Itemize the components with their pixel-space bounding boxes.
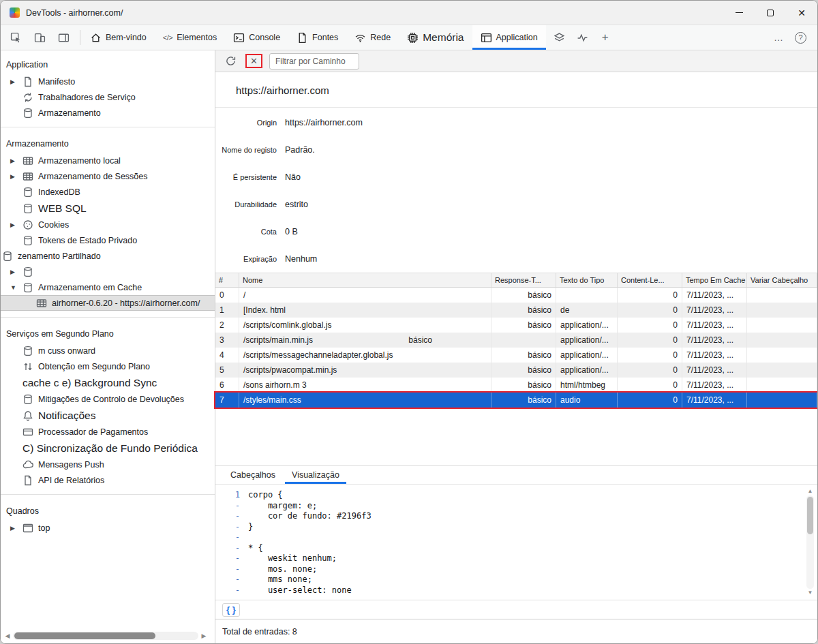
column-header-1[interactable]: Nome	[239, 273, 491, 287]
inspect-element-button[interactable]	[7, 29, 24, 46]
sidebar-item-cache-airhorner-label: airhorner-0.6.20 - https://airhorner.com…	[52, 298, 200, 308]
maximize-button[interactable]	[755, 1, 786, 25]
sidebar-item-background-sync[interactable]: cache c e) Background Sync	[1, 374, 215, 391]
column-header-5[interactable]: Tempo Em Cache	[682, 273, 747, 287]
sidebar-item-cache-airhorner[interactable]: airhorner-0.6.20 - https://airhorner.com…	[1, 295, 215, 311]
sidebar-item-bounce-tracking-mitigations[interactable]: Mitigações de Controlo de Devoluções	[1, 391, 215, 407]
vscroll-track[interactable]	[806, 495, 814, 589]
sidebar-item-manifesto[interactable]: ▶Manifesto	[1, 74, 215, 89]
sidebar-item-notifications[interactable]: Notificações	[1, 407, 215, 424]
entries-status: Total de entradas: 8	[222, 627, 297, 637]
cell-response: básico	[491, 348, 556, 363]
cell-tempo: 7/11/2023, ...	[682, 363, 747, 378]
sidebar-item-background-sync-label: cache c e) Background Sync	[22, 377, 157, 389]
sidebar-item-background-fetch[interactable]: Obtenção em Segundo Plano	[1, 358, 215, 374]
tab-cabecalhos[interactable]: Cabeçalhos	[224, 467, 282, 484]
sidebar-hscrollbar[interactable]: ◀ ▶	[3, 631, 208, 641]
sidebar-item-storage-bucket[interactable]: ▶	[1, 264, 215, 279]
tab-console[interactable]: Console	[225, 25, 288, 50]
layers-tab-button[interactable]	[551, 29, 568, 46]
tab-application[interactable]: Application	[472, 25, 546, 50]
more-options-button[interactable]: …	[774, 32, 784, 43]
tab-visualizacao[interactable]: Visualização	[285, 467, 346, 484]
clear-cache-button[interactable]: ✕	[250, 56, 258, 66]
table-row-7[interactable]: 7/styles/main.cssbásicoaudio07/11/2023, …	[215, 393, 817, 408]
tab-bem-vindo[interactable]: Bem-vindo	[82, 25, 155, 50]
tab-rede[interactable]: Rede	[346, 25, 399, 50]
cell-nome: /scripts/messagechanneladapter.global.js	[239, 348, 491, 363]
close-button[interactable]: ✕	[786, 1, 817, 25]
cache-panel: ✕ https://airhorner.com Originhttps://ai…	[215, 50, 817, 643]
arrow-right-icon[interactable]: ▶	[10, 525, 22, 532]
scroll-right-icon[interactable]: ▶	[200, 632, 208, 639]
sidebar-item-reporting-api[interactable]: API de Relatórios	[1, 472, 215, 488]
column-header-4[interactable]: Content-Le...	[618, 273, 682, 287]
table-row-5[interactable]: 5/scripts/pwacompat.min.jsbásicoapplicat…	[215, 363, 817, 378]
column-header-3[interactable]: Texto do Tipo	[556, 273, 618, 287]
table-row-4[interactable]: 4/scripts/messagechanneladapter.global.j…	[215, 348, 817, 363]
table-row-1[interactable]: 1[Index. htmlbásicode07/11/2023, ...	[215, 303, 817, 318]
sidebar-item-private-state-tokens[interactable]: Tokens de Estado Privado	[1, 232, 215, 248]
table-row-0[interactable]: 0/básico07/11/2023, ...	[215, 288, 817, 303]
code-preview[interactable]: 1corpo {- margem: e;- cor de fundo: #219…	[215, 485, 817, 600]
meta-durabilidade: Durabilidadeestrito	[215, 191, 817, 218]
tab-memoria[interactable]: Memória	[399, 25, 472, 50]
device-toolbar-button[interactable]	[31, 29, 48, 46]
refresh-button[interactable]	[222, 53, 239, 70]
minimize-button[interactable]	[723, 1, 755, 25]
arrow-right-icon[interactable]: ▶	[10, 221, 22, 228]
sidebar-item-cookies[interactable]: ▶Cookies	[1, 217, 215, 232]
sidebar-item-bg-unknown[interactable]: m cuss onward	[1, 343, 215, 358]
sidebar-item-frame-top[interactable]: ▶top	[1, 520, 215, 536]
sidebar-item-session-storage[interactable]: ▶Armazenamento de Sessões	[1, 168, 215, 184]
db-icon	[22, 346, 33, 356]
cell-content: 0	[618, 378, 682, 393]
sidebar-item-payment-handler[interactable]: Processador de Pagamentos	[1, 424, 215, 440]
dock-side-button[interactable]	[55, 29, 72, 46]
sidebar-item-push-messaging[interactable]: Mensagens Push	[1, 457, 215, 472]
meta-origin-value: https://airhorner.com	[285, 118, 363, 127]
table-row-6[interactable]: 6/sons airhorn.m 3básicohtml/htmbeg07/11…	[215, 378, 817, 393]
help-button[interactable]: ?	[795, 32, 806, 44]
sidebar-item-indexeddb[interactable]: IndexedDB	[1, 184, 215, 200]
titlebar-left: DevTools - airhorner.com/	[1, 7, 723, 18]
arrow-right-icon[interactable]: ▶	[10, 269, 22, 275]
tab-fontes[interactable]: Fontes	[288, 25, 346, 50]
tab-elementos[interactable]: </>Elementos	[155, 25, 225, 50]
cell-num: 2	[215, 318, 239, 333]
more-tabs-button[interactable]: +	[598, 31, 613, 44]
sidebar-item-periodic-background-sync[interactable]: C) Sincronização de Fundo Periódica	[1, 440, 215, 457]
format-button[interactable]: { }	[222, 603, 240, 617]
arrow-right-icon[interactable]: ▶	[10, 157, 22, 164]
filter-input[interactable]	[269, 53, 359, 70]
scroll-left-icon[interactable]: ◀	[3, 632, 12, 639]
sidebar-item-web-sql[interactable]: WEB SQL	[1, 200, 215, 217]
scroll-down-icon[interactable]: ▼	[808, 589, 813, 597]
hscroll-track[interactable]	[13, 632, 198, 640]
sidebar-item-cache-storage[interactable]: ▼Armazenamento em Cache	[1, 279, 215, 295]
hscroll-thumb[interactable]	[14, 632, 155, 639]
sidebar-item-local-storage[interactable]: ▶Armazenamento local	[1, 153, 215, 168]
arrow-right-icon[interactable]: ▶	[10, 173, 22, 180]
sidebar-item-service-workers[interactable]: Trabalhadores de Serviço	[1, 89, 215, 105]
table-row-2[interactable]: 2/scripts/comlink.global.jsbásicoapplica…	[215, 318, 817, 333]
vscroll-thumb[interactable]	[807, 497, 813, 534]
scroll-up-icon[interactable]: ▲	[808, 487, 813, 495]
sidebar-item-reporting-api-label: API de Relatórios	[38, 476, 104, 485]
code-line-10: - user-select: none	[224, 585, 817, 596]
preview-vscrollbar[interactable]: ▲ ▼	[806, 487, 815, 597]
column-header-0[interactable]: #	[215, 273, 239, 287]
tab-fontes-label: Fontes	[312, 33, 338, 42]
cell-variar	[747, 378, 817, 393]
arrow-down-icon[interactable]: ▼	[10, 284, 22, 291]
column-header-2[interactable]: Response-T...	[491, 273, 556, 287]
sidebar-item-shared-storage[interactable]: zenamento Partilhado	[1, 248, 215, 264]
arrow-right-icon[interactable]: ▶	[10, 78, 22, 85]
cell-content: 0	[618, 333, 682, 348]
column-header-6[interactable]: Variar Cabeçalho	[747, 273, 817, 287]
table-row-3[interactable]: 3/scripts/main.min.jsbásicoapplication/.…	[215, 333, 817, 348]
updown-icon	[22, 361, 33, 372]
sidebar-item-storage[interactable]: Armazenamento	[1, 105, 215, 121]
performance-monitor-tab-button[interactable]	[575, 29, 591, 46]
elements-icon: </>	[163, 33, 172, 42]
